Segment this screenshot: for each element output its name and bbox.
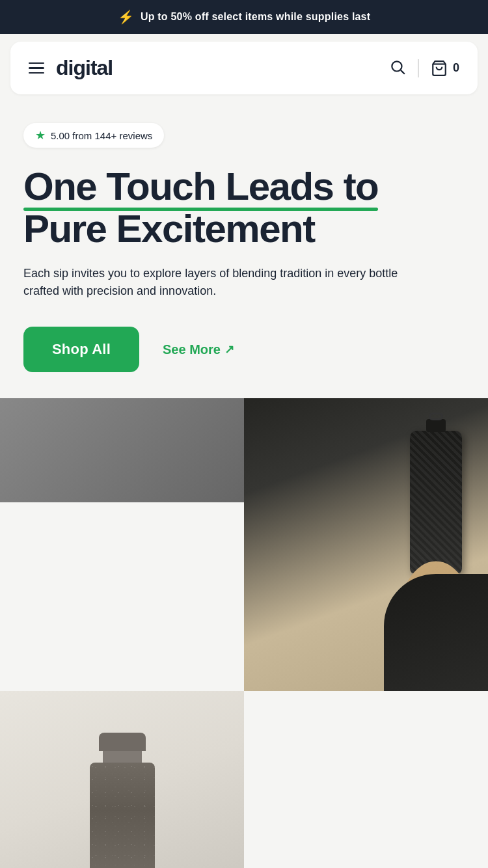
hero-title-line2: Pure Excitement [23, 207, 315, 251]
shop-all-button[interactable]: Shop All [23, 327, 139, 372]
hero-title: One Touch Leads to Pure Excitement [23, 166, 465, 251]
menu-icon[interactable] [29, 62, 44, 74]
rating-text: 5.00 from 144+ reviews [51, 130, 152, 141]
see-more-button[interactable]: See More ↗ [163, 342, 234, 357]
svg-line-1 [401, 70, 405, 74]
header-left: digital [29, 56, 113, 80]
cart-button[interactable]: 0 [431, 60, 459, 77]
header-divider [418, 59, 419, 77]
svg-point-0 [392, 61, 402, 71]
product-grid [0, 398, 488, 868]
product-cell-top-left[interactable] [0, 398, 244, 502]
announcement-text: Up to 50% off select items while supplie… [141, 11, 370, 23]
cart-count: 0 [453, 61, 459, 75]
product-cell-bottle-gray[interactable] [0, 691, 244, 868]
brand-logo[interactable]: digital [56, 56, 113, 80]
product-row-1 [0, 398, 488, 691]
search-icon[interactable] [389, 59, 406, 78]
header-right: 0 [389, 59, 459, 78]
header: digital 0 [10, 42, 478, 94]
rating-badge: ★ 5.00 from 144+ reviews [23, 123, 164, 148]
arrow-icon: ↗ [224, 342, 234, 357]
lightning-icon: ⚡ [118, 9, 134, 25]
product-cell-right[interactable] [244, 398, 488, 691]
product-row-2 [0, 691, 488, 868]
hero-section: ★ 5.00 from 144+ reviews One Touch Leads… [0, 102, 488, 398]
hero-actions: Shop All See More ↗ [23, 327, 465, 372]
star-icon: ★ [35, 128, 46, 142]
hero-subtitle: Each sip invites you to explore layers o… [23, 265, 401, 301]
cart-icon [431, 60, 448, 77]
hero-title-line1: One Touch Leads to [23, 165, 378, 208]
announcement-bar: ⚡ Up to 50% off select items while suppl… [0, 0, 488, 34]
